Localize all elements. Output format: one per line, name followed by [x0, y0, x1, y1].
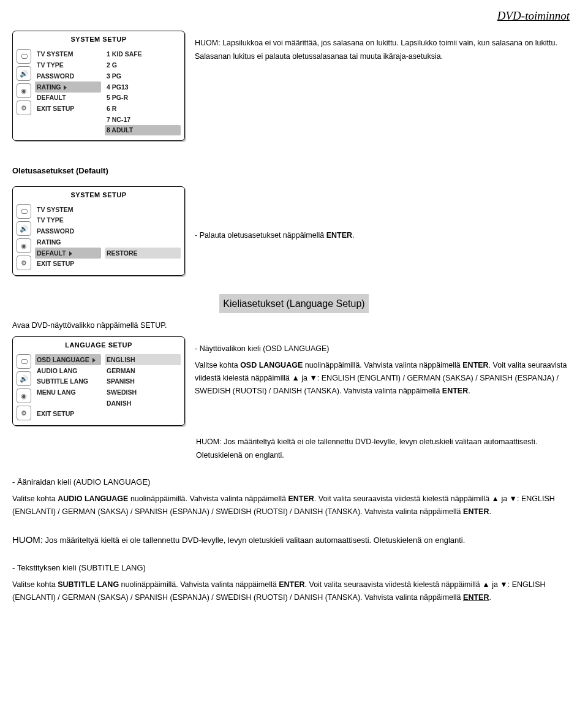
text: nuolinäppäimillä. Vahvista valinta näppä…	[128, 494, 288, 503]
menu-item: MENU LANG	[35, 387, 101, 398]
monitor-icon: 🖵	[17, 49, 31, 64]
lang-heading-row: Kieliasetukset (Language Setup)	[12, 286, 576, 319]
menu-item: TV SYSTEM	[35, 204, 101, 215]
menu-item-label: OSD LANGUAGE	[37, 356, 89, 363]
menu-item: DEFAULT	[35, 93, 101, 104]
menu-item: RATING	[35, 237, 101, 248]
enter-key: ENTER	[462, 361, 488, 369]
text: nuolinäppäimillä. Vahvista valinta näppä…	[119, 580, 279, 589]
enter-key: ENTER	[326, 231, 352, 240]
enter-key: ENTER	[279, 580, 304, 589]
enter-key: ENTER	[463, 507, 489, 516]
submenu-item: SWEDISH	[105, 387, 181, 398]
submenu-empty	[105, 226, 181, 237]
enter-key: ENTER	[463, 593, 489, 602]
text: .	[489, 507, 491, 516]
text: .	[489, 593, 491, 602]
osd-tab-icons: 🖵 🔊 ◉ ⚙	[17, 354, 32, 420]
restore-paragraph: - Palauta oletusasetukset näppäimellä EN…	[195, 229, 576, 242]
menu-item	[35, 398, 101, 409]
osd-menu-col: OSD LANGUAGE AUDIO LANG SUBTITLE LANG ME…	[35, 354, 101, 420]
menu-item-selected: DEFAULT	[35, 248, 101, 259]
row-default: SYSTEM SETUP 🖵 🔊 ◉ ⚙ TV SYSTEM TV TYPE P…	[12, 186, 576, 286]
row-rating: SYSTEM SETUP 🖵 🔊 ◉ ⚙ TV SYSTEM TV TYPE P…	[12, 31, 576, 151]
menu-item-selected: RATING	[35, 81, 101, 93]
submenu-item: 4 PG13	[105, 81, 181, 93]
osd-title: SYSTEM SETUP	[13, 187, 184, 202]
speaker-icon: 🔊	[17, 221, 31, 236]
submenu-item: 3 PG	[105, 70, 181, 81]
osd-title: LANGUAGE SETUP	[13, 337, 184, 352]
text: Valitse kohta	[195, 361, 240, 369]
enter-key: ENTER	[442, 387, 468, 395]
tools-icon: ⚙	[17, 100, 31, 115]
intro-text: HUOM: Lapsilukkoa ei voi määrittää, jos …	[195, 31, 576, 67]
osd-lang-subheading: - Näyttövalikon kieli (OSD LANGUAGE)	[195, 343, 576, 355]
submenu-item-selected: 8 ADULT	[105, 125, 181, 136]
text: Valitse kohta	[12, 580, 58, 589]
speaker-icon: 🔊	[17, 66, 31, 81]
chevron-right-icon	[69, 251, 72, 256]
menu-item-selected: OSD LANGUAGE	[35, 354, 101, 365]
submenu-item: 2 G	[105, 60, 181, 71]
osd-lang-paragraph: Valitse kohta OSD LANGUAGE nuolinäppäimi…	[195, 359, 576, 398]
menu-item: TV TYPE	[35, 60, 101, 71]
submenu-empty	[105, 215, 181, 226]
menu-item-label: DEFAULT	[37, 249, 66, 257]
tools-icon: ⚙	[17, 406, 31, 420]
page-header-title: DVD-toiminnot	[12, 6, 570, 26]
audio-lang-heading: - Ääniraidan kieli (AUDIO LANGUAGE)	[12, 475, 576, 489]
osd-menu-col: TV SYSTEM TV TYPE PASSWORD RATING DEFAUL…	[35, 204, 101, 270]
menu-item: AUDIO LANG	[35, 365, 101, 376]
menu-item: EXIT SETUP	[35, 103, 101, 114]
submenu-item: 1 KID SAFE	[105, 49, 181, 60]
disc-icon: ◉	[17, 388, 31, 403]
submenu-item: 6 R	[105, 103, 181, 114]
menu-item: PASSWORD	[35, 226, 101, 237]
osd-submenu-col: ENGLISH GERMAN SPANISH SWEDISH DANISH	[105, 354, 181, 420]
disc-icon: ◉	[17, 83, 31, 98]
osd-tab-icons: 🖵 🔊 ◉ ⚙	[17, 204, 32, 270]
osd-language-text: - Näyttövalikon kieli (OSD LANGUAGE) Val…	[195, 336, 576, 402]
osd-language-setup: LANGUAGE SETUP 🖵 🔊 ◉ ⚙ OSD LANGUAGE AUDI…	[12, 336, 185, 426]
lang-setup-heading: Kieliasetukset (Language Setup)	[219, 294, 368, 313]
osd-body: 🖵 🔊 ◉ ⚙ TV SYSTEM TV TYPE PASSWORD RATIN…	[13, 47, 184, 141]
submenu-empty	[105, 204, 181, 215]
bold-term: SUBTITLE LANG	[58, 580, 119, 589]
huom-text: Jos määriteltyä kieltä ei ole tallennett…	[43, 536, 465, 545]
enter-key: ENTER	[288, 494, 314, 503]
default-heading: Oletusasetukset (Default)	[12, 164, 576, 178]
page: DVD-toiminnot SYSTEM SETUP 🖵 🔊 ◉ ⚙ TV SY…	[0, 6, 588, 633]
submenu-item: 7 NC-17	[105, 114, 181, 125]
osd-lang-note: HUOM: Jos määriteltyä kieltä ei ole tall…	[196, 436, 576, 462]
menu-item: EXIT SETUP	[35, 259, 101, 270]
submenu-item	[105, 409, 181, 420]
tools-icon: ⚙	[17, 256, 31, 270]
menu-item: SUBTITLE LANG	[35, 376, 101, 387]
row-language: LANGUAGE SETUP 🖵 🔊 ◉ ⚙ OSD LANGUAGE AUDI…	[12, 336, 576, 436]
text: nuolinäppäimillä. Vahvista valinta näppä…	[303, 361, 462, 369]
osd-system-setup-default: SYSTEM SETUP 🖵 🔊 ◉ ⚙ TV SYSTEM TV TYPE P…	[12, 186, 185, 276]
bold-term: AUDIO LANGUAGE	[58, 494, 128, 503]
submenu-empty	[105, 237, 181, 248]
default-text: - Palauta oletusasetukset näppäimellä EN…	[195, 186, 576, 246]
submenu-item: DANISH	[105, 398, 181, 409]
restore-text: - Palauta oletusasetukset näppäimellä	[195, 231, 326, 240]
bold-term: OSD LANGUAGE	[240, 361, 303, 369]
submenu-item: RESTORE	[105, 248, 181, 259]
osd-menu-col: TV SYSTEM TV TYPE PASSWORD RATING DEFAUL…	[35, 49, 101, 136]
submenu-item: GERMAN	[105, 365, 181, 376]
huom-paragraph: HUOM: Jos määriteltyä kieltä ei ole tall…	[12, 532, 576, 548]
monitor-icon: 🖵	[17, 204, 31, 219]
submenu-item: SPANISH	[105, 376, 181, 387]
speaker-icon: 🔊	[17, 371, 31, 386]
monitor-icon: 🖵	[17, 354, 31, 369]
open-setup-text: Avaa DVD-näyttövalikko näppäimellä SETUP…	[12, 319, 576, 332]
huom-label: HUOM:	[12, 534, 43, 545]
audio-lang-paragraph: Valitse kohta AUDIO LANGUAGE nuolinäppäi…	[12, 493, 576, 519]
subtitle-lang-paragraph: Valitse kohta SUBTITLE LANG nuolinäppäim…	[12, 578, 576, 605]
chevron-right-icon	[64, 85, 67, 90]
menu-item: TV SYSTEM	[35, 49, 101, 60]
text: Valitse kohta	[12, 494, 58, 503]
osd-submenu-col: RESTORE	[105, 204, 181, 270]
